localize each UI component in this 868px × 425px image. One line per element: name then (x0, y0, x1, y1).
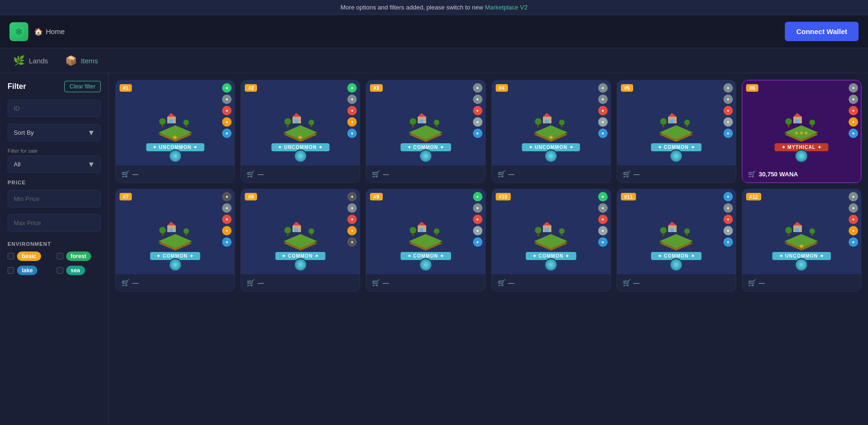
card-12[interactable]: #12 ●●●●● ★ ✦UNCOMMON✦ 🛒 (742, 189, 861, 292)
card-image-area-1: ●●●●● ★ ✦UNCOMMON✦ (116, 80, 234, 165)
env-lake-label: lake (17, 266, 37, 275)
card-icon-0: ● (347, 192, 357, 201)
card-icon-3: ● (347, 117, 357, 127)
card-footer-5: 🛒 — (617, 165, 736, 182)
card-image-area-8: ●●●●● ✦COMMON✦ (241, 189, 360, 274)
card-icon-3: ● (347, 226, 357, 235)
card-num-5: #5 (621, 84, 633, 92)
logo-icon (9, 22, 28, 41)
env-basic[interactable]: basic (8, 252, 52, 261)
card-icon-4: ● (598, 129, 608, 138)
svg-marker-107 (534, 234, 567, 248)
card-stars-4: ★ (548, 133, 554, 141)
env-forest[interactable]: forest (57, 252, 101, 261)
items-label: Items (81, 57, 98, 65)
card-icon-1: ● (598, 95, 608, 104)
card-icons-9: ●●●●● (473, 192, 482, 247)
card-7[interactable]: #7 ●●●●● ✦COMMON✦ 🛒 — (115, 189, 235, 292)
card-11[interactable]: #11 ●●●●● ✦COMMON✦ 🛒 — (617, 189, 736, 292)
lands-label: Lands (29, 57, 48, 65)
card-icon-4: ● (347, 129, 357, 138)
svg-marker-54 (668, 113, 677, 117)
svg-rect-70 (811, 125, 813, 127)
cart-icon-10: 🛒 (498, 279, 506, 286)
max-price-input[interactable] (8, 214, 101, 232)
svg-point-133 (785, 227, 792, 234)
svg-marker-43 (543, 113, 551, 117)
svg-rect-22 (294, 120, 298, 123)
env-lake-checkbox[interactable] (8, 267, 14, 274)
svg-rect-59 (686, 125, 688, 127)
env-sea[interactable]: sea (57, 266, 101, 275)
svg-point-78 (159, 227, 166, 234)
min-price-input[interactable] (8, 190, 101, 208)
tab-items[interactable]: 📦 Items (61, 53, 102, 68)
svg-rect-79 (162, 233, 163, 236)
filter-sale-select[interactable]: All For Sale Not For Sale (8, 156, 101, 173)
card-icons-8: ●●●●● (347, 192, 357, 247)
card-icon-4: ● (222, 237, 232, 247)
svg-marker-109 (543, 222, 551, 226)
marketplace-v2-link[interactable]: Marketplace V2 (485, 4, 527, 11)
card-2[interactable]: #2 ●●●●● ★ ✦UNCOMMON✦ 🛒 — (241, 80, 360, 183)
card-icon-4: ● (723, 129, 733, 138)
card-footer-10: 🛒 — (492, 274, 610, 291)
svg-marker-98 (418, 222, 426, 226)
card-icon-2: ● (598, 215, 608, 224)
cart-icon-3: 🛒 (372, 170, 380, 178)
card-icon-0: ● (598, 83, 608, 93)
card-gem-4 (544, 149, 558, 163)
top-banner: More options and filters added, please s… (0, 0, 868, 15)
env-forest-checkbox[interactable] (57, 253, 63, 260)
card-icon-1: ● (473, 203, 482, 213)
card-9[interactable]: #9 ●●●●● ✦COMMON✦ 🛒 — (366, 189, 485, 292)
connect-wallet-button[interactable]: Connect Wallet (785, 22, 859, 41)
card-image-area-7: ●●●●● ✦COMMON✦ (116, 189, 234, 274)
tab-lands[interactable]: 🌿 Lands (9, 53, 52, 68)
card-icon-2: ● (473, 215, 482, 224)
card-icon-0: ● (222, 192, 232, 201)
env-lake[interactable]: lake (8, 266, 52, 275)
svg-marker-87 (292, 222, 301, 226)
card-3[interactable]: #3 ●●●●● ✦COMMON✦ 🛒 — (366, 80, 485, 183)
card-gem-8 (294, 258, 307, 271)
sort-by-select[interactable]: Sort By Price: Low to High Price: High t… (8, 124, 101, 141)
card-footer-11: 🛒 — (617, 274, 736, 291)
card-4[interactable]: #4 ●●●●● ★ ✦UNCOMMON✦ 🛒 — (491, 80, 611, 183)
card-image-area-5: ●●●●● ✦COMMON✦ (617, 80, 736, 165)
home-button[interactable]: 🏠 Home (34, 27, 65, 36)
card-icon-2: ● (473, 106, 482, 115)
card-icons-7: ●●●●● (222, 192, 232, 247)
price-dash-9: — (383, 279, 389, 286)
env-basic-checkbox[interactable] (8, 253, 14, 260)
env-sea-checkbox[interactable] (57, 267, 63, 274)
card-icon-2: ● (347, 215, 357, 224)
card-6[interactable]: #6 ●●●●● ★★★ ✦MYTHICAL✦ 🛒 (742, 80, 861, 183)
card-stars-1: ★ (172, 133, 178, 141)
environment-grid: basic forest lake sea (8, 252, 101, 275)
price-dash-7: — (132, 279, 138, 286)
card-num-2: #2 (245, 84, 257, 92)
svg-marker-131 (793, 222, 802, 226)
card-icon-3: ● (849, 117, 858, 127)
svg-point-80 (183, 228, 189, 234)
card-8[interactable]: #8 ●●●●● ✦COMMON✦ 🛒 — (241, 189, 360, 292)
svg-rect-134 (788, 233, 790, 236)
svg-rect-88 (294, 228, 298, 232)
card-footer-7: 🛒 — (116, 274, 234, 291)
environment-section-title: ENVIRONMENT (8, 241, 101, 247)
id-input[interactable] (8, 100, 101, 117)
land-svg-10 (525, 210, 577, 253)
card-5[interactable]: #5 ●●●●● ✦COMMON✦ 🛒 — (617, 80, 736, 183)
card-gem-3 (419, 149, 432, 163)
card-1[interactable]: #1 ●●●●● ★ ✦UNCOMMON✦ 🛒 — (115, 80, 235, 183)
card-icon-3: ● (849, 226, 858, 235)
card-10[interactable]: #10 ●●●●● ✦COMMON✦ 🛒 — (491, 189, 611, 292)
nav-tabs: 🌿 Lands 📦 Items (0, 48, 868, 73)
clear-filter-button[interactable]: Clear filter (64, 81, 101, 92)
card-icon-4: ● (598, 237, 608, 247)
card-footer-3: 🛒 — (366, 165, 485, 182)
card-icons-3: ●●●●● (473, 83, 482, 138)
svg-rect-37 (436, 125, 438, 127)
svg-marker-96 (409, 234, 442, 248)
